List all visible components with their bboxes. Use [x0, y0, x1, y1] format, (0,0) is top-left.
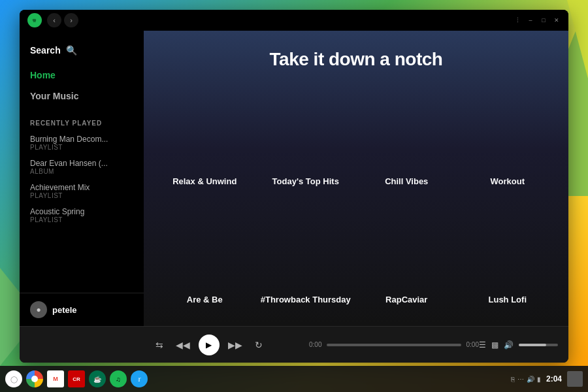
rp-item-burning-man[interactable]: Burning Man Decom... PLAYLIST	[20, 131, 144, 155]
rp-title: Dear Evan Hansen (...	[30, 159, 131, 168]
card-image-relax: Relax &Unwind	[159, 80, 250, 171]
taskbar-right: ⎘ ⋯ 🔊 ▮ 2:04	[511, 371, 583, 387]
battery-icon: ▮	[537, 376, 541, 383]
main-header: Take it down a notch	[144, 31, 568, 80]
card-lush-lofi[interactable]: R Lush Lofi Lush Lofi	[463, 199, 553, 305]
card-throwback[interactable]: #Throwback Thursday #Throwback Thursday	[261, 199, 351, 305]
card-rapcaviar[interactable]: RapCaviar feat. NickiMinaj RapCaviar	[361, 199, 452, 305]
card-image-tophits: Today's Top Hits	[261, 80, 351, 171]
card-top-hits[interactable]: Today's Top Hits Today's Top Hits	[261, 80, 351, 186]
card-chill-vibes[interactable]: ChillVibes Chill Vibes	[361, 80, 452, 186]
rp-item-dear-evan[interactable]: Dear Evan Hansen (... ALBUM	[20, 155, 144, 179]
card-are-be[interactable]: Are &Be Are & Be	[159, 199, 250, 305]
card-grid-row2: Are &Be Are & Be #Throwback Thursday	[144, 199, 568, 318]
status-icons: ⎘ ⋯ 🔊 ▮	[511, 376, 541, 383]
sidebar: Search 🔍 Home Your Music RECENTLY PLAYED…	[20, 31, 144, 326]
rp-title: Burning Man Decom...	[30, 135, 131, 144]
card-label-workout: Workout	[463, 176, 553, 186]
taskbar-launcher[interactable]: ◯	[5, 370, 22, 387]
rp-title: Acoustic Spring	[30, 207, 131, 216]
user-profile[interactable]: ● petele	[20, 293, 144, 326]
repeat-button[interactable]: ↻	[251, 337, 267, 353]
user-avatar: ●	[30, 301, 47, 318]
card-grid-row1: Relax &Unwind Relax & Unwind Today's Top…	[144, 80, 568, 199]
card-label-tophits: Today's Top Hits	[261, 176, 351, 186]
previous-button[interactable]: ◀◀	[175, 337, 191, 353]
card-workout[interactable]: Workout Workout	[463, 80, 553, 186]
progress-bar[interactable]	[327, 344, 461, 346]
search-label: Search	[30, 45, 61, 56]
card-label-relax: Relax & Unwind	[159, 176, 250, 186]
rp-item-acoustic[interactable]: Acoustic Spring PLAYLIST	[20, 203, 144, 227]
spotify-logo	[27, 13, 42, 27]
rp-subtitle: PLAYLIST	[30, 192, 133, 199]
sidebar-item-home[interactable]: Home	[20, 65, 144, 86]
taskbar-starbucks[interactable]: ☕	[89, 370, 106, 387]
volume-icon[interactable]: 🔊	[504, 340, 514, 350]
player-bar: ⇆ ◀◀ ▶ ▶▶ ↻ 0:00 0:00 ☰ ▩ 🔊	[20, 326, 568, 363]
search-bar[interactable]: Search 🔍	[20, 41, 144, 59]
queue-icon[interactable]: ☰	[479, 340, 486, 350]
taskbar-left: ◯ M CR ☕ ♫ 𝕣	[5, 370, 148, 387]
card-image-throwback: #Throwback Thursday	[261, 199, 351, 290]
title-bar-left: ‹ ›	[27, 13, 78, 27]
search-icon[interactable]: 🔍	[66, 45, 77, 56]
user-name: petele	[52, 305, 77, 315]
more-options-icon[interactable]: ⋮	[514, 16, 521, 24]
card-image-arebe: Are &Be	[159, 199, 250, 290]
card-label-throwback: #Throwback Thursday	[261, 295, 351, 304]
devices-icon[interactable]: ▩	[491, 340, 498, 350]
taskbar-app-dark[interactable]: CR	[68, 370, 85, 387]
taskbar-spotify[interactable]: ♫	[110, 370, 127, 387]
card-image-lushlofi: R Lush Lofi	[463, 199, 553, 290]
window-controls: ⋮ – □ ✕	[514, 16, 561, 24]
page-title: Take it down a notch	[162, 49, 550, 70]
maximize-button[interactable]: □	[540, 16, 547, 24]
player-right: ☰ ▩ 🔊	[479, 340, 558, 350]
progress-section: 0:00 0:00	[309, 341, 479, 348]
rp-title: Achievement Mix	[30, 183, 131, 192]
volume-status-icon: 🔊	[527, 376, 534, 383]
card-label-lushlofi: Lush Lofi	[463, 295, 553, 304]
play-button[interactable]: ▶	[199, 335, 220, 355]
minimize-button[interactable]: –	[527, 16, 534, 24]
sidebar-nav: Home Your Music	[20, 62, 144, 109]
time-total: 0:00	[466, 341, 479, 348]
next-button[interactable]: ▶▶	[227, 337, 243, 353]
rp-subtitle: PLAYLIST	[30, 216, 133, 223]
taskbar-twitter[interactable]: 𝕣	[131, 370, 148, 387]
volume-bar[interactable]	[519, 344, 558, 346]
shuffle-button[interactable]: ⇆	[152, 337, 167, 353]
title-bar: ‹ › ⋮ – □ ✕	[20, 10, 568, 31]
taskbar-chrome[interactable]	[26, 370, 43, 387]
wifi-icon: ⋯	[517, 376, 524, 383]
card-relax-unwind[interactable]: Relax &Unwind Relax & Unwind	[159, 80, 250, 186]
card-label-rapcaviar: RapCaviar	[361, 295, 452, 304]
sidebar-item-your-music[interactable]: Your Music	[20, 86, 144, 106]
recently-played-list: Burning Man Decom... PLAYLIST Dear Evan …	[20, 131, 144, 293]
volume-fill	[519, 344, 546, 346]
clock: 2:04	[546, 374, 562, 384]
taskbar: ◯ M CR ☕ ♫ 𝕣 ⎘ ⋯ 🔊 ▮ 2:04	[0, 366, 588, 392]
spotify-window: ‹ › ⋮ – □ ✕ Search 🔍 Home Your Music REC…	[20, 10, 568, 363]
close-button[interactable]: ✕	[553, 16, 561, 24]
nav-buttons: ‹ ›	[47, 13, 78, 27]
player-controls: ⇆ ◀◀ ▶ ▶▶ ↻	[108, 335, 309, 355]
user-thumbnail	[567, 371, 583, 387]
time-current: 0:00	[309, 341, 321, 348]
forward-button[interactable]: ›	[64, 13, 78, 27]
card-image-chill: ChillVibes	[361, 80, 452, 171]
rp-subtitle: ALBUM	[30, 168, 133, 175]
back-button[interactable]: ‹	[47, 13, 61, 27]
card-image-rapcaviar: RapCaviar feat. NickiMinaj	[361, 199, 452, 290]
recently-played-label: RECENTLY PLAYED	[20, 109, 144, 131]
card-image-workout: Workout	[463, 80, 553, 171]
card-label-arebe: Are & Be	[159, 295, 250, 304]
rp-subtitle: PLAYLIST	[30, 144, 133, 151]
main-content: Take it down a notch Relax &Unwind Relax…	[144, 31, 568, 326]
network-icon: ⎘	[511, 376, 515, 383]
taskbar-gmail[interactable]: M	[47, 370, 64, 387]
card-label-chill: Chill Vibes	[361, 176, 452, 186]
rp-item-achievement[interactable]: Achievement Mix PLAYLIST	[20, 179, 144, 203]
app-body: Search 🔍 Home Your Music RECENTLY PLAYED…	[20, 31, 568, 326]
